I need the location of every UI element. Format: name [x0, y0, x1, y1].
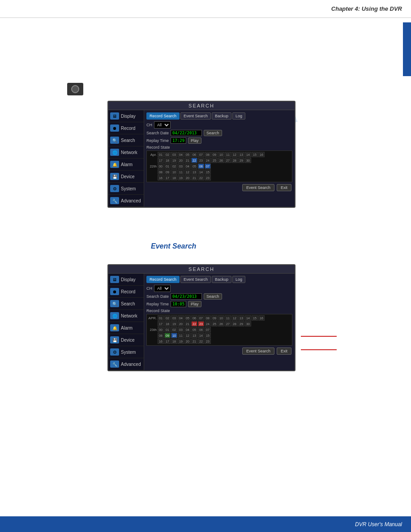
cell[interactable]: 14 [245, 152, 251, 157]
event-search-btn-2[interactable]: Event Search [242, 348, 274, 355]
cell[interactable]: 16 [158, 175, 164, 180]
cell[interactable]: 23 [205, 175, 211, 180]
cell[interactable]: 16 [158, 339, 164, 344]
cell[interactable]: 17 [164, 175, 171, 180]
cell[interactable]: 04 [184, 327, 191, 332]
cell[interactable]: 22 [191, 321, 197, 326]
tab-record-search-1[interactable]: Record Search [146, 112, 180, 120]
cell[interactable]: 19 [178, 339, 184, 344]
ch-select-2[interactable]: All [154, 285, 171, 292]
cell[interactable]: 18 [171, 175, 177, 180]
cell[interactable]: 12 [231, 152, 238, 157]
cell[interactable]: 29 [238, 321, 244, 326]
sidebar-alarm-1[interactable]: Alarm [108, 159, 144, 171]
sidebar-display-1[interactable]: Display [108, 110, 144, 122]
sidebar-alarm-2[interactable]: Alarm [108, 322, 144, 334]
cell[interactable]: 24 [205, 321, 211, 326]
cell[interactable]: 01 [164, 327, 171, 332]
cell[interactable]: 12 [184, 333, 191, 338]
cell[interactable]: 05 [191, 327, 197, 332]
cell[interactable]: 03 [171, 152, 177, 157]
cell[interactable]: 08 [205, 315, 211, 321]
cell[interactable]: 20 [184, 175, 191, 180]
cell[interactable]: 30 [245, 321, 251, 326]
tab-event-search-2[interactable]: Event Search [180, 276, 211, 283]
cell[interactable]: 01 [164, 163, 171, 169]
cell[interactable]: 15 [205, 333, 211, 338]
cell[interactable]: 07 [205, 327, 211, 332]
cell[interactable]: 26 [218, 158, 224, 163]
cell[interactable]: 27 [225, 321, 231, 326]
cell[interactable]: 28 [231, 321, 238, 326]
cell[interactable]: 18 [171, 339, 177, 344]
cell[interactable]: 16 [258, 152, 265, 157]
cell[interactable]: 14 [245, 315, 251, 321]
cell[interactable]: 03 [178, 163, 184, 169]
cell[interactable]: 21 [184, 321, 191, 326]
cell[interactable]: 02 [171, 163, 177, 169]
cell[interactable]: 06 [191, 315, 197, 321]
cell[interactable]: 06 [198, 163, 204, 169]
cell[interactable]: 07 [198, 315, 204, 321]
cell[interactable]: 24 [205, 158, 211, 163]
cell[interactable]: 19 [178, 175, 184, 180]
cell[interactable]: 22 [198, 339, 204, 344]
cell[interactable]: 10 [218, 152, 224, 157]
cell[interactable]: 15 [252, 315, 258, 321]
cell[interactable]: 00 [158, 163, 164, 169]
replay-time-input-2[interactable] [171, 301, 186, 307]
cell[interactable]: 19 [171, 158, 177, 163]
cell[interactable]: 17 [164, 339, 171, 344]
cell[interactable]: 10 [218, 315, 224, 321]
cell[interactable]: 22 [198, 175, 204, 180]
tab-log-1[interactable]: Log [232, 112, 245, 120]
cell[interactable]: 25 [211, 158, 218, 163]
cell[interactable]: 11 [225, 152, 231, 157]
cell[interactable]: 14 [198, 169, 204, 175]
tab-backup-2[interactable]: Backup [212, 276, 231, 283]
cell[interactable]: 12 [184, 169, 191, 175]
cell[interactable]: 21 [191, 175, 197, 180]
sidebar-record-1[interactable]: Record [108, 122, 144, 134]
search-btn-2[interactable]: Search [204, 293, 222, 300]
cell[interactable]: 23 [205, 339, 211, 344]
cell[interactable]: 09 [211, 315, 218, 321]
cell[interactable]: 03 [178, 327, 184, 332]
cell[interactable]: 00 [158, 327, 164, 332]
search-btn-1[interactable]: Search [204, 130, 222, 136]
cell[interactable]: 07 [205, 163, 211, 169]
search-date-input-1[interactable] [171, 130, 202, 136]
search-date-input-2[interactable] [171, 293, 202, 300]
cell[interactable]: 04 [184, 163, 191, 169]
sidebar-display-2[interactable]: Display [108, 274, 144, 286]
cell[interactable]: 18 [164, 321, 171, 326]
cell[interactable]: 05 [184, 315, 191, 321]
event-search-btn-1[interactable]: Event Search [242, 184, 274, 191]
sidebar-record-2[interactable]: Record [108, 286, 144, 298]
cell[interactable]: 23 [198, 321, 204, 326]
cell[interactable]: 28 [231, 158, 238, 163]
cell[interactable]: 10 [171, 169, 177, 175]
cell[interactable]: 20 [178, 321, 184, 326]
sidebar-search-1[interactable]: Search [108, 134, 144, 146]
cell[interactable]: 13 [238, 315, 244, 321]
sidebar-system-1[interactable]: System [108, 183, 144, 195]
cell[interactable]: 21 [184, 158, 191, 163]
cell[interactable]: 26 [218, 321, 224, 326]
cell[interactable]: 11 [178, 333, 184, 338]
cell[interactable]: 02 [164, 152, 171, 157]
cell[interactable]: 09 [211, 152, 218, 157]
tab-event-search-1[interactable]: Event Search [180, 112, 211, 120]
sidebar-device-1[interactable]: Device [108, 171, 144, 183]
cell[interactable]: 07 [198, 152, 204, 157]
cell[interactable]: 30 [245, 158, 251, 163]
sidebar-network-2[interactable]: Network [108, 310, 144, 322]
cell[interactable]: 13 [191, 169, 197, 175]
cell[interactable]: 06 [191, 152, 197, 157]
cell[interactable]: 12 [231, 315, 238, 321]
cell[interactable]: 18 [164, 158, 171, 163]
cell[interactable]: 13 [238, 152, 244, 157]
cell[interactable]: 20 [178, 158, 184, 163]
cell[interactable]: 08 [205, 152, 211, 157]
cell[interactable]: 23 [198, 158, 204, 163]
